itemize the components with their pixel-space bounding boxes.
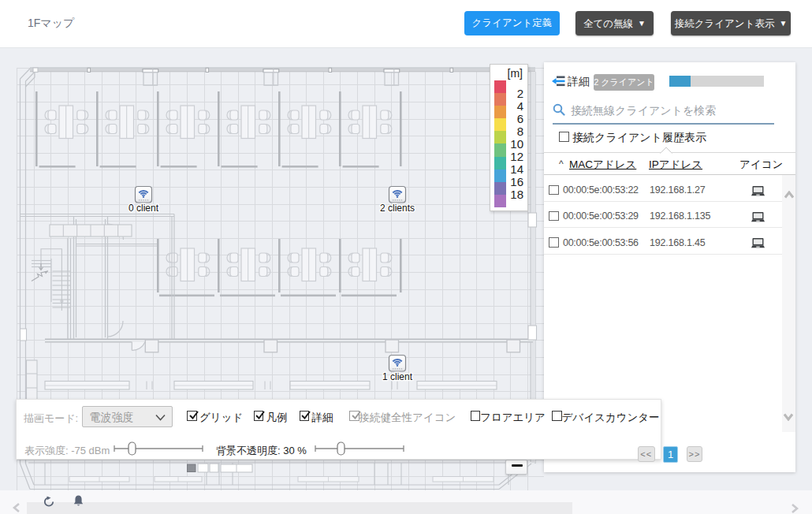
svg-text:1 client: 1 client [382, 371, 413, 382]
svg-text:0 client: 0 client [129, 203, 159, 214]
svg-text:2 clients: 2 clients [380, 203, 415, 214]
